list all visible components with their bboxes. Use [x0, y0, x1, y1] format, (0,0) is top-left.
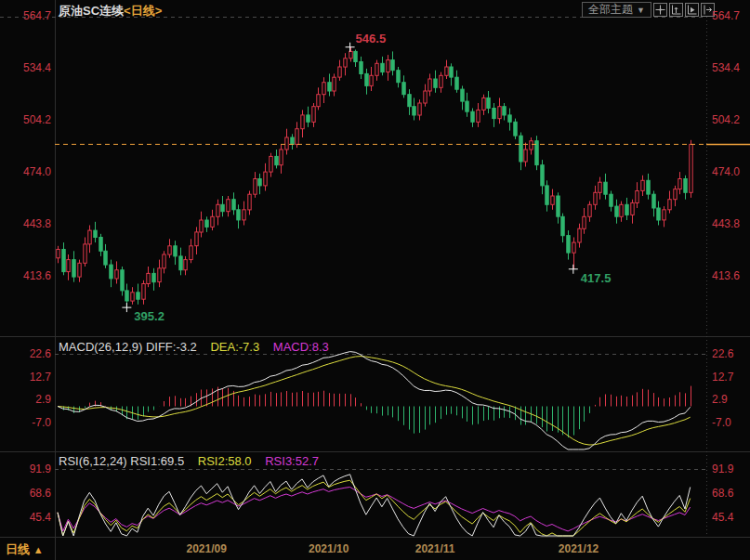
y-axis-label: 2.9 — [4, 393, 51, 406]
y-axis-label: 45.4 — [712, 511, 733, 524]
crosshair-icon — [655, 5, 665, 15]
y-axis-label: 45.4 — [4, 511, 51, 524]
period-selector-label: 日线 — [6, 542, 30, 556]
y-axis-label: 413.6 — [712, 269, 740, 282]
price-annotation: 395.2 — [134, 309, 164, 323]
play-forward-button[interactable] — [685, 3, 699, 17]
theme-dropdown[interactable]: 全部主题 ▼ — [582, 2, 651, 18]
macd-hist-readout: MACD:8.3 — [273, 340, 329, 354]
y-axis-label: 564.7 — [4, 9, 51, 22]
chart-window: 原油SC连续<日线> 全部主题 ▼ — [0, 0, 750, 560]
triangle-up-icon: ▲ — [33, 544, 44, 555]
y-axis-label: 68.6 — [712, 487, 733, 500]
y-axis-label: 504.2 — [712, 113, 740, 126]
y-axis-label: 504.2 — [4, 113, 51, 126]
fit-vertical-scale-button[interactable] — [669, 3, 683, 17]
y-axis-label: 443.8 — [712, 217, 740, 230]
rsi2-readout: RSI2:58.0 — [198, 454, 252, 468]
y-axis-label: 12.7 — [712, 371, 733, 384]
rsi1-readout: RSI(6,12,24) RSI1:69.5 — [59, 454, 184, 468]
y-axis-label: 91.9 — [4, 462, 51, 475]
rsi-header: RSI(6,12,24) RSI1:69.5 RSI2:58.0 RSI3:52… — [59, 454, 319, 468]
price-annotation: 417.5 — [581, 271, 612, 285]
period-tag: <日线> — [124, 4, 162, 18]
chart-toolbar — [653, 3, 715, 17]
y-axis-label: 22.6 — [4, 347, 51, 360]
period-selector[interactable]: 日线 ▲ — [6, 541, 44, 558]
y-axis-label: 443.8 — [4, 217, 51, 230]
y-axis-label: 2.9 — [712, 393, 728, 406]
macd-dea-readout: DEA:-7.3 — [210, 340, 259, 354]
chart-canvas[interactable] — [0, 0, 750, 560]
y-axis-label: 413.6 — [4, 269, 51, 282]
theme-dropdown-label: 全部主题 — [588, 2, 633, 18]
play-forward-icon — [687, 5, 697, 15]
macd-diff-readout: MACD(26,12,9) DIFF:-3.2 — [59, 340, 197, 354]
y-axis-label: 534.4 — [712, 61, 740, 74]
x-axis-month-label: 2021/10 — [309, 542, 349, 555]
y-axis-label: 22.6 — [712, 347, 733, 360]
y-axis-label: 68.6 — [4, 487, 51, 500]
y-axis-label: 91.9 — [712, 462, 733, 475]
y-axis-label: 564.7 — [712, 9, 740, 22]
y-axis-label: -7.0 — [712, 416, 731, 429]
rsi3-readout: RSI3:52.7 — [265, 454, 319, 468]
y-axis-label: 534.4 — [4, 61, 51, 74]
y-axis-label: 474.0 — [712, 165, 740, 178]
caret-down-icon: ▼ — [637, 6, 645, 15]
macd-header: MACD(26,12,9) DIFF:-3.2 DEA:-7.3 MACD:8.… — [59, 340, 329, 354]
chart-title: 原油SC连续<日线> — [59, 3, 162, 20]
y-axis-label: 474.0 — [4, 165, 51, 178]
x-axis-month-label: 2021/11 — [415, 542, 455, 555]
y-axis-label: 12.7 — [4, 371, 51, 384]
symbol-name: 原油SC连续 — [59, 4, 124, 18]
crosshair-button[interactable] — [653, 3, 667, 17]
fit-vertical-scale-icon — [671, 5, 681, 15]
x-axis-month-label: 2021/12 — [559, 542, 599, 555]
x-axis-month-label: 2021/09 — [186, 542, 226, 555]
price-annotation: 546.5 — [356, 32, 387, 46]
y-axis-label: -7.0 — [4, 416, 51, 429]
